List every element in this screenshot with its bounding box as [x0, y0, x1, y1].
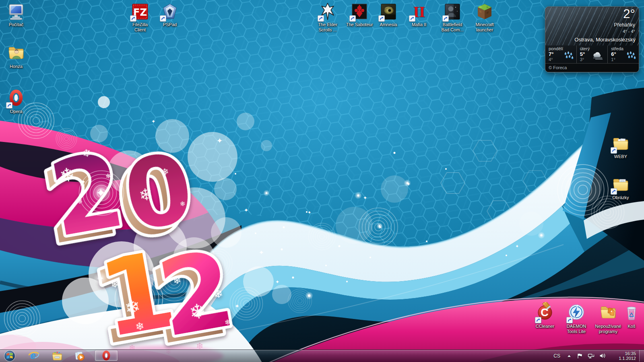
weather-gadget[interactable]: 2° Přeháňky 4° - 4° Ostrava, Moravskosle… [545, 6, 639, 72]
desktop-icon-ccleaner[interactable]: C CCleaner [530, 302, 560, 329]
desktop-icon-user-folder-honza[interactable]: Honza [2, 43, 31, 69]
language-indicator[interactable]: CS [553, 353, 560, 359]
desktop-icon-opera[interactable]: Opera [2, 88, 31, 114]
shortcut-arrow-icon [378, 15, 385, 22]
svg-text:✦: ✦ [235, 303, 239, 309]
desktop-icon-filezilla[interactable]: FZ FileZillaClient [125, 2, 155, 33]
temperature-range: 4° - 4° [623, 29, 635, 34]
action-center-flag-icon[interactable] [576, 353, 583, 359]
rain-icon [625, 51, 637, 62]
cloud-icon [592, 51, 605, 62]
desktop-icon-amnesia[interactable]: Amnesia [373, 2, 404, 27]
desktop-icon-daemon-tools[interactable]: DAEMONTools Lite [560, 302, 592, 334]
taskbar: e [0, 350, 644, 362]
shortcut-arrow-icon [130, 15, 136, 22]
windows-logo-icon [4, 350, 16, 362]
svg-text:✦: ✦ [378, 224, 382, 230]
shortcut-arrow-icon [409, 15, 415, 22]
shortcut-arrow-icon [566, 317, 573, 323]
programs-folder-icon [599, 302, 617, 322]
taskbar-wmp-button[interactable] [72, 350, 88, 362]
svg-text:✦: ✦ [187, 293, 192, 301]
minecraft-icon [475, 2, 494, 21]
clock-time: 16:35 [611, 351, 636, 356]
desktop-icon-battlefield[interactable]: BattlefieldBad Com... [436, 2, 469, 33]
shortcut-arrow-icon [318, 15, 324, 22]
desktop-icon-saboteur[interactable]: The Saboteur [343, 2, 376, 27]
rain-icon [563, 51, 574, 62]
svg-text:✦: ✦ [97, 274, 104, 284]
windows-media-player-icon [74, 350, 85, 362]
recycle-bin-icon [622, 302, 641, 322]
volume-icon[interactable] [599, 353, 606, 359]
shortcut-arrow-icon [6, 102, 12, 109]
start-button[interactable] [2, 350, 17, 362]
desktop-icon-obrazky-folder[interactable]: Obrázky [605, 175, 637, 200]
opera-icon [101, 350, 111, 361]
svg-text:✦: ✦ [275, 279, 279, 285]
show-hidden-icons-button[interactable] [567, 354, 572, 358]
desktop-icon-computer[interactable]: Počítač [2, 2, 31, 27]
computer-icon [7, 2, 25, 21]
svg-text:✦: ✦ [217, 136, 223, 145]
svg-text:✦: ✦ [151, 119, 155, 124]
taskbar-explorer-button[interactable] [49, 350, 65, 362]
taskbar-opera-button[interactable] [95, 350, 118, 361]
weather-condition: Přeháňky [614, 22, 635, 28]
windows-explorer-icon [51, 350, 63, 362]
desktop-icon-recycle-bin[interactable]: Koš [620, 302, 643, 329]
shortcut-arrow-icon [611, 147, 617, 154]
forecast-day-wednesday[interactable]: středa 6° 1° [607, 45, 639, 63]
svg-text:✦: ✦ [515, 244, 519, 249]
desktop-icon-minecraft[interactable]: Minecraftlauncher [468, 2, 502, 33]
desktop: ❄ ❄ ❄ 2 0 1 2 2 0 1 2 ❄ ❄ ❄ ❄ ❄ ❄ ❄ [0, 0, 644, 362]
forecast-day-monday[interactable]: pondělí 7° 4° [545, 45, 576, 63]
desktop-icon-pspad[interactable]: PSPad [157, 2, 183, 27]
clock-date: 1.1.2012 [611, 356, 636, 361]
svg-text:✦: ✦ [363, 195, 367, 201]
svg-text:✦: ✦ [244, 207, 248, 213]
forecast-day-tuesday[interactable]: úterý 5° 3° [576, 45, 608, 63]
network-icon[interactable] [588, 353, 594, 359]
svg-text:✦: ✦ [96, 186, 106, 200]
svg-text:✦: ✦ [80, 178, 86, 186]
show-desktop-button[interactable] [639, 350, 644, 362]
current-temperature: 2° [623, 7, 635, 21]
desktop-icon-mafia2[interactable]: II II Mafia II [404, 2, 434, 27]
svg-text:✦: ✦ [259, 249, 264, 256]
foreca-credit: © Foreca [545, 63, 639, 72]
internet-explorer-icon: e [28, 350, 39, 362]
shortcut-arrow-icon [442, 15, 449, 22]
taskbar-clock[interactable]: 16:35 1.1.2012 [611, 351, 636, 361]
desktop-icon-elder-scrolls[interactable]: The ElderScrolls ... [311, 2, 345, 33]
svg-text:✦: ✦ [406, 181, 411, 187]
svg-text:C: C [541, 306, 549, 319]
shortcut-arrow-icon [611, 188, 617, 195]
shortcut-arrow-icon [535, 317, 541, 323]
shortcut-arrow-icon [349, 15, 356, 22]
shortcut-arrow-icon [160, 15, 166, 22]
svg-text:✦: ✦ [308, 210, 311, 215]
desktop-icon-weby-folder[interactable]: WEBY [605, 134, 636, 159]
taskbar-internet-explorer-button[interactable]: e [26, 350, 42, 362]
user-folder-icon [7, 43, 25, 62]
weather-location: Ostrava, Moravskoslezský [574, 37, 636, 43]
